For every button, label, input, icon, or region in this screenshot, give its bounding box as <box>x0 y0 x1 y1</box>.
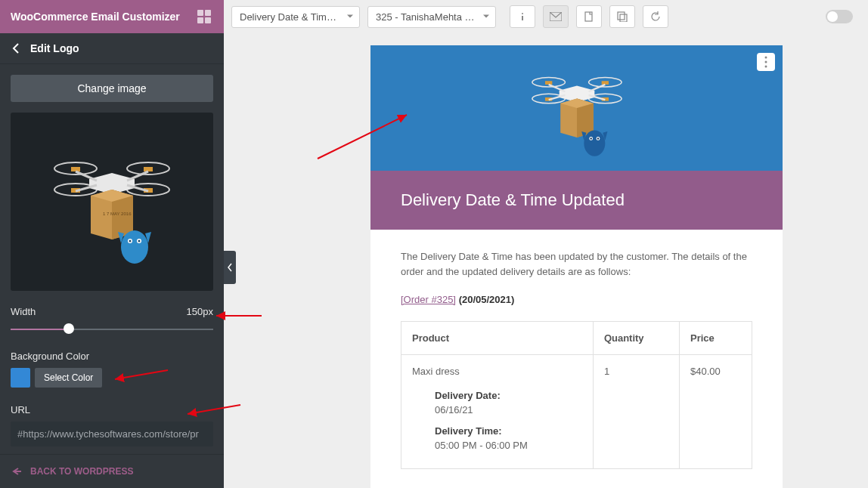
change-image-button[interactable]: Change image <box>11 75 213 102</box>
col-quantity: Quantity <box>593 321 679 355</box>
copy-button[interactable] <box>576 5 602 28</box>
svg-rect-19 <box>522 16 523 20</box>
grid-icon[interactable] <box>195 8 213 26</box>
email-subject-text: Delivery Date & Time Updated <box>401 190 752 210</box>
duplicate-button[interactable] <box>609 5 635 28</box>
width-slider[interactable] <box>11 325 213 334</box>
svg-point-42 <box>590 137 591 139</box>
delivery-date-value: 06/16/21 <box>435 403 582 418</box>
email-logo-block[interactable] <box>370 45 783 171</box>
width-label: Width <box>11 306 36 317</box>
drone-box-logo: 1 7 MAY 2016 <box>44 134 180 270</box>
svg-point-26 <box>765 66 767 68</box>
svg-point-43 <box>597 137 598 139</box>
url-input[interactable] <box>11 422 213 446</box>
collapse-sidebar-tab[interactable] <box>224 251 236 284</box>
email-preview: Delivery Date & Time Updated The Deliver… <box>370 45 783 488</box>
delivery-time-value: 05:00 PM - 06:00 PM <box>435 438 582 453</box>
info-icon <box>517 11 528 22</box>
svg-rect-23 <box>620 14 627 22</box>
chevron-left-icon <box>11 42 23 54</box>
svg-point-16 <box>129 240 132 242</box>
back-to-wordpress[interactable]: BACK TO WORDPRESS <box>0 454 224 488</box>
email-subject-block[interactable]: Delivery Date & Time Updated <box>370 171 783 230</box>
order-link[interactable]: [Order #325] <box>401 294 456 305</box>
svg-line-35 <box>548 85 565 91</box>
product-name: Maxi dress <box>412 366 460 377</box>
subheader-title: Edit Logo <box>30 42 79 54</box>
refresh-icon <box>650 11 661 22</box>
email-drone-logo <box>524 55 630 161</box>
svg-point-17 <box>138 240 141 242</box>
bgcolor-label: Background Color <box>11 351 213 362</box>
svg-point-25 <box>765 61 767 63</box>
block-menu-button[interactable] <box>757 53 775 71</box>
toolbar: Delivery Date & Time Up... 325 - Tanisha… <box>224 0 868 33</box>
svg-point-13 <box>121 230 148 264</box>
svg-rect-21 <box>585 12 592 21</box>
svg-point-24 <box>765 57 767 59</box>
order-date: (20/05/2021) <box>459 294 515 305</box>
footer-label: BACK TO WORDPRESS <box>30 466 133 477</box>
order-dropdown[interactable]: 325 - TanishaMehta (ta... <box>367 6 496 28</box>
refresh-button[interactable] <box>643 5 668 28</box>
dots-vertical-icon <box>764 56 767 68</box>
table-row: Maxi dress Delivery Date: 06/16/21 Deliv… <box>401 355 752 469</box>
width-value: 150px <box>187 306 213 317</box>
mail-button[interactable] <box>543 5 569 28</box>
bgcolor-swatch[interactable] <box>11 368 30 388</box>
qty-value: 1 <box>593 355 679 469</box>
logo-preview: 1 7 MAY 2016 <box>11 113 213 291</box>
order-table: Product Quantity Price Maxi dress Delive… <box>401 321 752 469</box>
info-button[interactable] <box>510 5 535 28</box>
svg-line-8 <box>76 171 97 181</box>
svg-rect-31 <box>545 81 552 85</box>
app-header: WooCommerce Email Customizer <box>0 0 224 33</box>
col-product: Product <box>401 321 594 355</box>
mail-icon <box>550 12 562 21</box>
email-body-block: The Delivery Date & Time has been update… <box>370 230 783 488</box>
svg-rect-5 <box>144 167 153 171</box>
svg-rect-32 <box>601 81 608 85</box>
svg-line-36 <box>588 85 605 91</box>
svg-rect-22 <box>618 12 625 20</box>
arrow-left-icon <box>11 465 23 477</box>
select-color-button[interactable]: Select Color <box>35 368 102 388</box>
preview-toggle[interactable] <box>826 10 853 23</box>
document-icon <box>584 11 594 22</box>
svg-text:1 7 MAY 2016: 1 7 MAY 2016 <box>103 212 132 216</box>
delivery-time-label: Delivery Time: <box>435 424 582 439</box>
url-label: URL <box>11 404 213 415</box>
svg-line-9 <box>127 171 148 181</box>
svg-rect-4 <box>71 167 80 171</box>
delivery-date-label: Delivery Date: <box>435 388 582 403</box>
col-price: Price <box>679 321 752 355</box>
email-type-dropdown[interactable]: Delivery Date & Time Up... <box>231 6 360 28</box>
copy-icon <box>617 11 628 22</box>
svg-point-18 <box>522 13 523 14</box>
app-title: WooCommerce Email Customizer <box>11 11 195 23</box>
subheader[interactable]: Edit Logo <box>0 33 224 64</box>
email-intro: The Delivery Date & Time has been update… <box>401 249 752 279</box>
chevron-right-icon <box>227 263 233 272</box>
svg-point-39 <box>584 131 605 156</box>
price-value: $40.00 <box>679 355 752 469</box>
